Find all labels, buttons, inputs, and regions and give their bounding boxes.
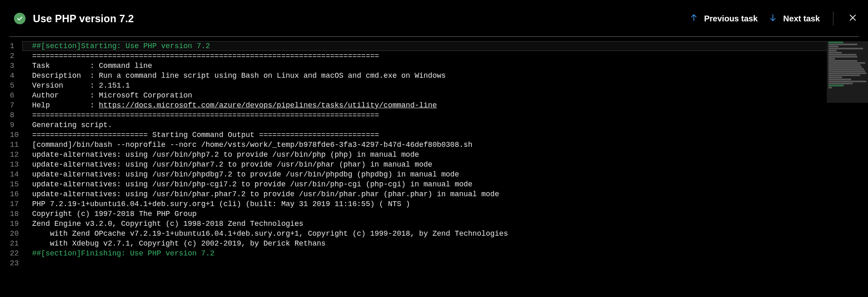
log-line: Author : Microsoft Corporation xyxy=(22,90,868,100)
task-title: Use PHP version 7.2 xyxy=(33,13,689,25)
line-number: 8 xyxy=(0,110,14,120)
log-line: Help : https://docs.microsoft.com/azure/… xyxy=(22,100,868,110)
log-content[interactable]: ##[section]Starting: Use PHP version 7.2… xyxy=(22,41,868,297)
line-number: 4 xyxy=(0,71,14,81)
log-viewer[interactable]: 1234567891011121314151617181920212223 ##… xyxy=(0,37,868,297)
log-line: update-alternatives: using /usr/bin/phpd… xyxy=(22,169,868,179)
line-number: 6 xyxy=(0,90,14,100)
line-number: 13 xyxy=(0,160,14,169)
line-number: 9 xyxy=(0,120,14,130)
close-button[interactable] xyxy=(847,12,859,26)
line-number: 7 xyxy=(0,100,14,110)
previous-task-button[interactable]: Previous task xyxy=(689,13,758,24)
line-number: 10 xyxy=(0,130,14,140)
log-line: Task : Command line xyxy=(22,61,868,71)
help-link[interactable]: https://docs.microsoft.com/azure/devops/… xyxy=(99,101,437,109)
line-number: 19 xyxy=(0,219,14,229)
line-number: 11 xyxy=(0,140,14,150)
log-line: ========================================… xyxy=(22,51,868,61)
line-number: 16 xyxy=(0,189,14,199)
line-number: 5 xyxy=(0,81,14,90)
next-task-button[interactable]: Next task xyxy=(768,13,820,24)
log-line: ========================== Starting Comm… xyxy=(22,130,868,140)
task-nav: Previous task Next task xyxy=(689,12,859,26)
log-line: Description : Run a command line script … xyxy=(22,71,868,81)
log-line: with Zend OPcache v7.2.19-1+ubuntu16.04.… xyxy=(22,229,868,239)
line-number: 15 xyxy=(0,179,14,189)
line-number: 20 xyxy=(0,229,14,239)
separator xyxy=(833,12,833,26)
status-success-icon xyxy=(14,13,26,24)
log-line: update-alternatives: using /usr/bin/php-… xyxy=(22,179,868,189)
log-line: Generating script. xyxy=(22,120,868,130)
log-line: Version : 2.151.1 xyxy=(22,81,868,90)
line-number: 14 xyxy=(0,169,14,179)
log-line: ##[section]Finishing: Use PHP version 7.… xyxy=(22,248,868,258)
log-line: with Xdebug v2.7.1, Copyright (c) 2002-2… xyxy=(22,239,868,248)
previous-task-label: Previous task xyxy=(704,14,758,23)
close-icon xyxy=(848,13,857,24)
log-line: update-alternatives: using /usr/bin/phar… xyxy=(22,189,868,199)
line-number: 3 xyxy=(0,61,14,71)
log-line: PHP 7.2.19-1+ubuntu16.04.1+deb.sury.org+… xyxy=(22,199,868,209)
line-number: 18 xyxy=(0,209,14,219)
line-number: 22 xyxy=(0,248,14,258)
log-line: ========================================… xyxy=(22,110,868,120)
log-line xyxy=(22,258,868,268)
next-task-label: Next task xyxy=(783,14,820,23)
task-header: Use PHP version 7.2 Previous task Next t… xyxy=(0,0,868,37)
arrow-up-icon xyxy=(689,13,698,24)
log-line: ##[section]Starting: Use PHP version 7.2 xyxy=(22,41,868,51)
log-line: Copyright (c) 1997-2018 The PHP Group xyxy=(22,209,868,219)
line-number: 21 xyxy=(0,239,14,248)
arrow-down-icon xyxy=(768,13,777,24)
log-line: [command]/bin/bash --noprofile --norc /h… xyxy=(22,140,868,150)
line-number: 1 xyxy=(0,41,14,51)
log-line: update-alternatives: using /usr/bin/phar… xyxy=(22,160,868,169)
line-number-gutter: 1234567891011121314151617181920212223 xyxy=(0,41,22,297)
log-line: Zend Engine v3.2.0, Copyright (c) 1998-2… xyxy=(22,219,868,229)
log-line: update-alternatives: using /usr/bin/php7… xyxy=(22,150,868,160)
minimap[interactable] xyxy=(827,41,868,103)
line-number: 23 xyxy=(0,258,14,268)
line-number: 12 xyxy=(0,150,14,160)
line-number: 17 xyxy=(0,199,14,209)
line-number: 2 xyxy=(0,51,14,61)
